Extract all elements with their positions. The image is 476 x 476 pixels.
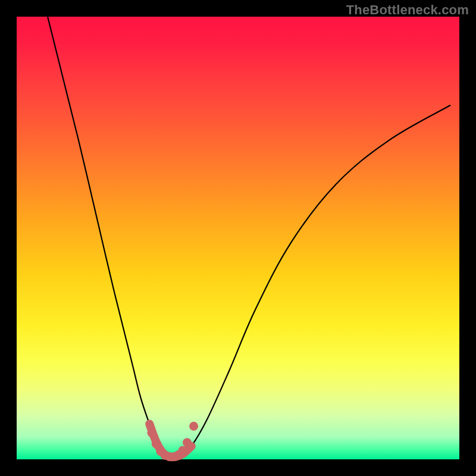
curve-marker xyxy=(178,446,187,455)
curve-marker xyxy=(183,438,192,447)
curve-marker xyxy=(189,422,198,431)
chart-frame: TheBottleneck.com xyxy=(0,0,476,476)
watermark-text: TheBottleneck.com xyxy=(346,2,469,18)
curve-marker xyxy=(147,428,156,437)
curve-path xyxy=(48,17,450,457)
plot-area xyxy=(17,17,459,459)
curve-marker xyxy=(152,439,161,448)
bottleneck-curve xyxy=(17,17,459,459)
